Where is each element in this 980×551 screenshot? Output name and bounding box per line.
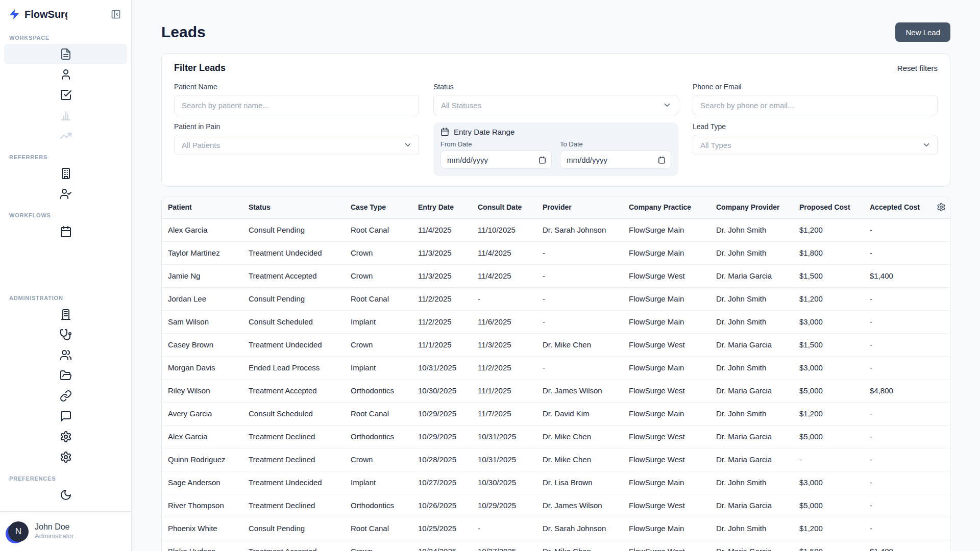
user-role: Administrator (35, 532, 74, 541)
table-row[interactable]: River ThompsonTreatment DeclinedOrthodon… (162, 494, 950, 517)
gear-icon (60, 431, 72, 443)
table-row[interactable]: Alex GarciaConsult PendingRoot Canal11/4… (162, 218, 950, 241)
status-select[interactable]: All Statuses (433, 95, 678, 115)
table-cell: FlowSurge West (623, 494, 710, 517)
table-row[interactable]: Morgan DavisEnded Lead ProcessImplant10/… (162, 356, 950, 379)
table-cell-actions (932, 356, 950, 379)
table-cell: Crown (345, 264, 412, 287)
table-cell: - (864, 310, 932, 333)
table-row[interactable]: Avery GarciaConsult ScheduledRoot Canal1… (162, 402, 950, 425)
table-row[interactable]: Phoenix WhiteConsult PendingRoot Canal10… (162, 517, 950, 540)
table-row[interactable]: Sage AndersonTreatment UndecidedImplant1… (162, 471, 950, 494)
sidebar-item-referrer-contacts[interactable] (4, 184, 127, 204)
sidebar-item-reports[interactable] (4, 105, 127, 126)
filter-title: Filter Leads (174, 63, 226, 73)
phone-email-input[interactable] (693, 95, 938, 115)
user-check-icon (60, 188, 72, 200)
table-cell: $1,200 (793, 402, 864, 425)
table-cell: $1,400 (864, 540, 932, 551)
page-title: Leads (161, 23, 206, 41)
section-label-workflows: WORKFLOWS (4, 212, 127, 218)
leads-table: PatientStatusCase TypeEntry DateConsult … (162, 196, 950, 551)
table-header: PatientStatusCase TypeEntry DateConsult … (162, 196, 950, 218)
sidebar-item-system-settings[interactable] (4, 447, 127, 467)
table-row[interactable]: Casey BrownTreatment UndecidedCrown11/1/… (162, 333, 950, 356)
table-cell: $1,200 (793, 517, 864, 540)
table-cell: $1,200 (793, 287, 864, 310)
table-cell: Dr. Mike Chen (536, 333, 623, 356)
section-label-workspace: WORKSPACE (4, 35, 127, 41)
table-cell: FlowSurge West (623, 448, 710, 471)
table-cell: $3,000 (793, 471, 864, 494)
table-cell: 11/7/2025 (472, 402, 536, 425)
sidebar-item-leads[interactable] (4, 44, 127, 64)
filter-field-status: Status All Statuses (433, 83, 678, 115)
table-cell: Dr. Maria Garcia (710, 494, 793, 517)
chevron-down-icon (403, 140, 412, 149)
sidebar-item-practices[interactable] (4, 304, 127, 324)
table-cell: Dr. Mike Chen (536, 425, 623, 448)
column-header: Company Provider (710, 196, 793, 218)
table-cell: Blake Hudson (162, 540, 242, 551)
table-cell: Dr. Maria Garcia (710, 264, 793, 287)
sidebar-logo-row: FlowSurge (0, 0, 131, 29)
sidebar-item-files[interactable] (4, 365, 127, 386)
calendar-picker-icon[interactable] (538, 156, 546, 164)
table-settings-button[interactable] (937, 203, 946, 212)
table-cell: 11/1/2025 (472, 379, 536, 402)
from-date-input[interactable]: mm/dd/yyyy (440, 151, 552, 169)
table-row[interactable]: Jordan LeeConsult PendingRoot Canal11/2/… (162, 287, 950, 310)
user-profile[interactable]: N John Doe Administrator (0, 511, 131, 551)
table-cell: $1,400 (864, 264, 932, 287)
lead-type-select[interactable]: All Types (693, 135, 938, 155)
main-content: Leads New Lead Filter Leads Reset filter… (132, 0, 980, 551)
from-date-value: mm/dd/yyyy (447, 156, 488, 164)
stethoscope-icon (60, 329, 72, 341)
sidebar-item-dark-mode[interactable] (4, 485, 127, 505)
table-row[interactable]: Blake HudsonTreatment AcceptedCrown10/24… (162, 540, 950, 551)
table-row[interactable]: Sam WilsonConsult ScheduledImplant11/2/2… (162, 310, 950, 333)
table-row[interactable]: Quinn RodriguezTreatment DeclinedCrown10… (162, 448, 950, 471)
table-row[interactable]: Alex GarciaTreatment DeclinedOrthodontic… (162, 425, 950, 448)
table-cell: - (864, 287, 932, 310)
table-cell: Dr. Maria Garcia (710, 425, 793, 448)
new-lead-button[interactable]: New Lead (895, 22, 950, 42)
table-cell: Implant (345, 356, 412, 379)
sidebar-item-links[interactable] (4, 386, 127, 406)
reset-filters-button[interactable]: Reset filters (897, 64, 938, 72)
table-cell: 10/29/2025 (412, 425, 472, 448)
table-cell: 11/3/2025 (412, 241, 472, 264)
table-cell: 10/25/2025 (412, 517, 472, 540)
column-header: Status (242, 196, 345, 218)
table-row[interactable]: Jamie NgTreatment AcceptedCrown11/3/2025… (162, 264, 950, 287)
sidebar-item-messages[interactable] (4, 406, 127, 427)
table-cell: Morgan Davis (162, 356, 242, 379)
sidebar-collapse-button[interactable] (110, 8, 122, 20)
table-row[interactable]: Taylor MartinezTreatment UndecidedCrown1… (162, 241, 950, 264)
sidebar-item-calendar[interactable] (4, 221, 127, 242)
sidebar-item-providers[interactable] (4, 324, 127, 345)
table-cell: Dr. Mike Chen (536, 540, 623, 551)
sidebar-item-referrer-offices[interactable] (4, 163, 127, 184)
sidebar-item-tasks[interactable] (4, 85, 127, 105)
patient-in-pain-select[interactable]: All Patients (174, 135, 419, 155)
table-cell: Consult Pending (242, 218, 345, 241)
sidebar-item-patients[interactable] (4, 64, 127, 85)
patient-name-input[interactable] (174, 95, 419, 115)
section-label-administration: ADMINISTRATION (4, 295, 127, 301)
table-cell: - (536, 310, 623, 333)
sidebar-item-analytics[interactable] (4, 126, 127, 146)
to-date-input[interactable]: mm/dd/yyyy (560, 151, 671, 169)
table-cell: Dr. John Smith (710, 241, 793, 264)
file-text-icon (60, 48, 72, 60)
table-cell: Taylor Martinez (162, 241, 242, 264)
sidebar-item-users[interactable] (4, 345, 127, 365)
table-cell-actions (932, 540, 950, 551)
table-row[interactable]: Riley WilsonTreatment AcceptedOrthodonti… (162, 379, 950, 402)
sidebar-item-settings[interactable] (4, 427, 127, 447)
table-cell: $5,000 (793, 494, 864, 517)
table-cell-actions (932, 471, 950, 494)
logo-bolt-icon (8, 8, 20, 20)
message-square-icon (60, 410, 72, 422)
calendar-picker-icon[interactable] (658, 156, 666, 164)
